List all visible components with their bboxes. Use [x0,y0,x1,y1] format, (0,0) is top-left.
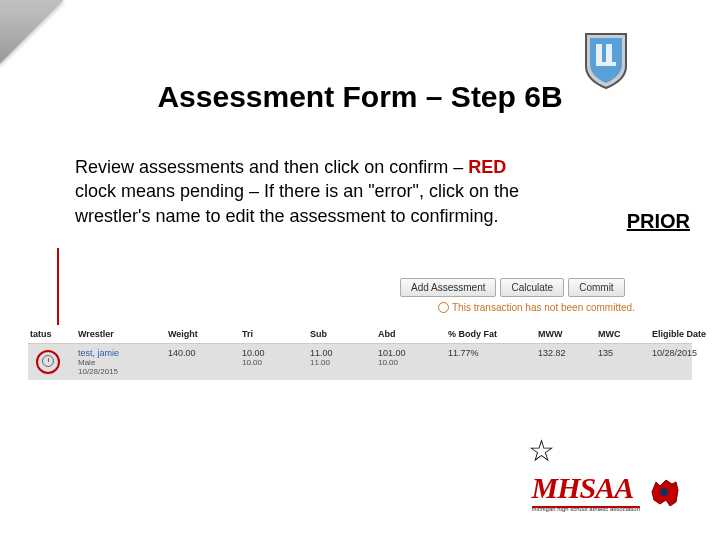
abd-val2: 10.00 [378,358,448,367]
svg-point-0 [660,488,668,496]
commit-button[interactable]: Commit [568,278,624,297]
col-wrestler: Wrestler [78,329,168,339]
corner-decoration [0,0,64,64]
eligible-cell: 10/28/2015 [652,348,720,376]
michigan-icon [646,474,682,510]
weight-cell: 140.00 [168,348,242,376]
wrestler-gender: Male [78,358,168,367]
col-eligible: Eligible Date [652,329,720,339]
instruction-text: Review assessments and then click on con… [75,155,550,228]
abd-cell: 101.00 10.00 [378,348,448,376]
table-header-row: tatus Wrestler Weight Tri Sub Abd % Body… [28,325,692,344]
red-circle-highlight [36,350,60,374]
sub-val1: 11.00 [310,348,378,358]
instruction-part1: Review assessments and then click on con… [75,157,468,177]
col-tri: Tri [242,329,310,339]
mhsaa-text: MHSAA [532,471,640,508]
wrestler-date: 10/28/2015 [78,367,168,376]
col-abd: Abd [378,329,448,339]
mww-cell: 132.82 [538,348,598,376]
add-assessment-button[interactable]: Add Assessment [400,278,496,297]
sub-cell: 11.00 11.00 [310,348,378,376]
col-sub: Sub [310,329,378,339]
red-emphasis: RED [468,157,506,177]
bodyfat-cell: 11.77% [448,348,538,376]
mhsaa-subtitle: michigan high school athletic associatio… [532,506,640,512]
sub-val2: 11.00 [310,358,378,367]
abd-val1: 101.00 [378,348,448,358]
status-cell [30,348,78,376]
commit-note-text: This transaction has not been committed. [452,302,635,313]
star-icon: ☆ [528,433,555,468]
col-mww: MWW [538,329,598,339]
col-weight: Weight [168,329,242,339]
col-bodyfat: % Body Fat [448,329,538,339]
page-title: Assessment Form – Step 6B [0,80,720,114]
commit-status-note: This transaction has not been committed. [438,302,635,313]
instruction-part2: clock means pending – If there is an "er… [75,181,519,225]
table-row: test, jamie Male 10/28/2015 140.00 10.00… [28,344,692,380]
clock-icon [438,302,449,313]
col-mwc: MWC [598,329,652,339]
prior-label: PRIOR [627,210,690,233]
mhsaa-logo: MHSAA michigan high school athletic asso… [532,471,682,512]
wrestler-name-link[interactable]: test, jamie [78,348,168,358]
tri-val1: 10.00 [242,348,310,358]
tri-val2: 10.00 [242,358,310,367]
wrestler-cell: test, jamie Male 10/28/2015 [78,348,168,376]
mwc-cell: 135 [598,348,652,376]
col-status: tatus [30,329,78,339]
action-buttons-row: Add Assessment Calculate Commit [400,278,625,297]
assessment-table: tatus Wrestler Weight Tri Sub Abd % Body… [28,325,692,380]
tri-cell: 10.00 10.00 [242,348,310,376]
calculate-button[interactable]: Calculate [500,278,564,297]
